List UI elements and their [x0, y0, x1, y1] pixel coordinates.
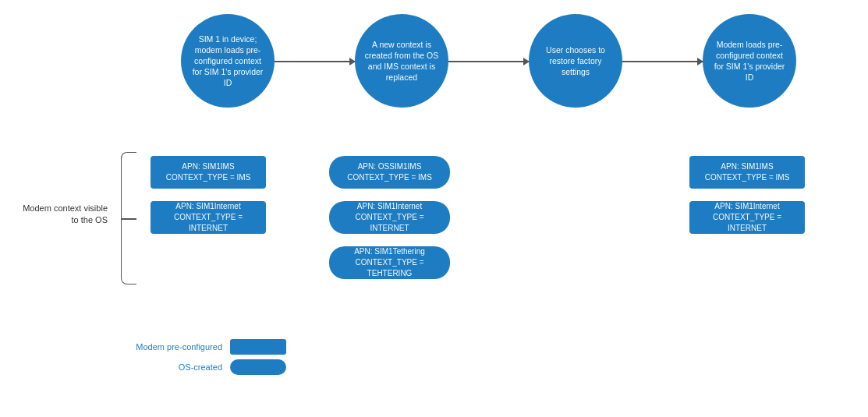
- modem-context-label: Modem context visibleto the OS: [6, 203, 108, 227]
- circle-step4: Modem loads pre-configured context for S…: [703, 14, 796, 108]
- arrow-2-3: [448, 61, 529, 62]
- legend-os-created-swatch: [230, 359, 286, 375]
- box-sim1internet-1: APN: SIM1InternetCONTEXT_TYPE = INTERNET: [151, 201, 266, 234]
- legend: Modem pre-configured OS-created: [121, 339, 286, 380]
- legend-os-created: OS-created: [121, 359, 286, 375]
- arrow-3-4: [622, 61, 703, 62]
- box-sim1tethering: APN: SIM1TetheringCONTEXT_TYPE = TEHTERI…: [329, 246, 450, 279]
- diagram-container: SIM 1 in device; modem loads pre-configu…: [0, 0, 868, 417]
- arrow-1-2: [275, 61, 355, 62]
- circle-step1: SIM 1 in device; modem loads pre-configu…: [181, 14, 275, 108]
- box-ossim1ims: APN: OSSIM1IMSCONTEXT_TYPE = IMS: [329, 156, 450, 189]
- circle-step2: A new context is created from the OS and…: [355, 14, 448, 108]
- circle-step3: User chooses to restore factory settings: [529, 14, 622, 108]
- box-sim1ims-4: APN: SIM1IMSCONTEXT_TYPE = IMS: [689, 156, 805, 189]
- legend-os-created-label: OS-created: [121, 362, 222, 372]
- box-sim1internet-2: APN: SIM1InternetCONTEXT_TYPE = INTERNET: [329, 201, 450, 234]
- legend-preconfigured-swatch: [230, 339, 286, 355]
- bracket-midline: [121, 218, 136, 220]
- legend-preconfigured-label: Modem pre-configured: [121, 342, 222, 352]
- box-sim1ims-1: APN: SIM1IMSCONTEXT_TYPE = IMS: [151, 156, 266, 189]
- legend-preconfigured: Modem pre-configured: [121, 339, 286, 355]
- box-sim1internet-4: APN: SIM1InternetCONTEXT_TYPE = INTERNET: [689, 201, 805, 234]
